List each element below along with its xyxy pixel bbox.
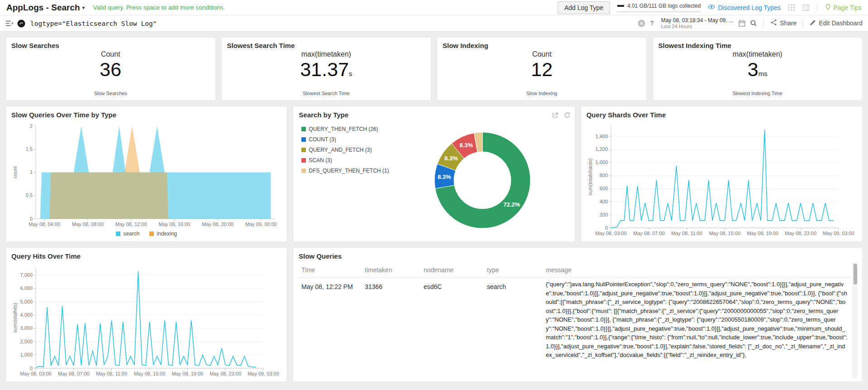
kpi-metric-label: Count <box>11 50 210 58</box>
cell-time: May 08, 12:22 PM <box>298 278 361 365</box>
panel-query-shards-over-time: Query Shards Over Time 02004006008001,00… <box>581 106 863 242</box>
svg-text:May 08, 03:00: May 08, 03:00 <box>595 231 627 236</box>
lightbulb-icon <box>825 4 831 12</box>
slow-queries-table: Time timetaken nodename type message May… <box>298 263 851 365</box>
donut-chart-area: QUERY_THEN_FETCH (26) COUNT (3) QUERY_AN… <box>298 121 570 238</box>
svg-text:May 08, 15:00: May 08, 15:00 <box>134 371 166 376</box>
discovered-log-types-link[interactable]: Discovered Log Types <box>708 3 780 12</box>
column-header-time: Time <box>298 263 361 278</box>
page-title: AppLogs - Search <box>6 3 80 13</box>
log-quota-meter: 4.01 GB/111 GB logs collected <box>617 3 701 12</box>
area-chart: 00.511.52May 08, 04:00May 08, 08:00May 0… <box>10 121 282 229</box>
donut-chart: 72.2%8.3%8.3%8.3% <box>424 121 541 241</box>
svg-text:0: 0 <box>30 366 33 371</box>
calendar-icon[interactable] <box>739 20 745 27</box>
svg-text:May 08, 23:00: May 08, 23:00 <box>785 231 816 236</box>
kpi-slow-searches: Slow Searches Count 36 Slow Searches <box>5 37 216 101</box>
date-range-preset: Last 24 Hours <box>661 24 733 29</box>
svg-text:May 08, 07:00: May 08, 07:00 <box>633 231 665 236</box>
svg-text:1: 1 <box>30 169 33 175</box>
cell-timetaken: 31366 <box>361 278 420 365</box>
columns-icon[interactable] <box>802 4 810 11</box>
column-header-type: type <box>483 263 542 278</box>
layout-grid-icon[interactable] <box>788 4 795 11</box>
kpi-footer-label: Slowest Search Time <box>227 91 426 96</box>
dashboard-main: Slow Searches Count 36 Slow Searches Slo… <box>0 32 868 388</box>
table-scrollbar <box>853 263 858 378</box>
add-log-type-button[interactable]: Add Log Type <box>558 1 610 14</box>
kpi-metric-label: max(timetaken) <box>658 50 857 58</box>
svg-text:count: count <box>12 166 18 178</box>
svg-text:200: 200 <box>599 212 607 217</box>
line-chart-query-hits: 01,0002,0003,0004,0005,0006,0007,000May … <box>10 263 282 378</box>
svg-text:May 08, 16:00: May 08, 16:00 <box>159 221 191 227</box>
page-tips-button[interactable]: Page Tips <box>825 4 862 12</box>
panel-search-by-type: Search by Type QUERY_THEN_FETCH (26) COU… <box>293 106 575 242</box>
panel-title: Search by Type <box>298 110 349 121</box>
kpi-row: Slow Searches Count 36 Slow Searches Slo… <box>5 37 863 101</box>
area-chart-legend: search indexing <box>10 229 282 238</box>
svg-text:800: 800 <box>599 173 607 178</box>
clear-query-icon[interactable] <box>638 19 645 27</box>
charts-row: Slow Queries Over Time by Type 00.511.52… <box>5 106 863 242</box>
divider <box>763 19 764 28</box>
svg-text:4,000: 4,000 <box>20 312 33 318</box>
svg-text:600: 600 <box>599 186 607 191</box>
chevron-down-icon[interactable]: ▾ <box>82 5 85 11</box>
column-header-nodename: nodename <box>420 263 483 278</box>
date-range-text: May 08, 03:18:34 - May 09, ... <box>661 17 733 24</box>
legend-swatch <box>301 137 306 142</box>
legend-swatch <box>301 127 306 131</box>
pencil-icon <box>810 19 816 27</box>
cell-nodename: esd6C <box>420 278 483 365</box>
legend-item[interactable]: SCAN (3) <box>301 157 389 164</box>
bottom-row: Query Hits Over Time 01,0002,0003,0004,0… <box>5 247 863 382</box>
svg-text:May 08, 15:00: May 08, 15:00 <box>709 231 740 236</box>
query-builder-icon[interactable] <box>5 20 13 27</box>
kpi-metric-label: max(timetaken) <box>227 50 426 58</box>
help-icon[interactable]: ? <box>650 19 654 27</box>
table-row[interactable]: May 08, 12:22 PM 31366 esd6C search {"qu… <box>298 278 851 365</box>
legend-item-indexing[interactable]: indexing <box>149 231 177 237</box>
kpi-slowest-search-time: Slowest Search Time max(timetaken) 31.37… <box>221 37 432 101</box>
svg-text:8.3%: 8.3% <box>460 142 473 149</box>
legend-item[interactable]: QUERY_THEN_FETCH (26) <box>301 126 389 132</box>
legend-item[interactable]: COUNT (3) <box>301 136 389 143</box>
legend-item-search[interactable]: search <box>116 231 139 237</box>
panel-query-hits-over-time: Query Hits Over Time 01,0002,0003,0004,0… <box>5 247 287 382</box>
svg-text:2: 2 <box>30 123 33 129</box>
kpi-title: Slow Indexing <box>443 42 641 49</box>
panel-title: Query Hits Over Time <box>10 251 282 263</box>
export-icon[interactable] <box>552 112 558 120</box>
svg-text:May 08, 03:00: May 08, 03:00 <box>20 371 52 376</box>
quota-text: 4.01 GB/111 GB logs collected <box>627 3 701 9</box>
kpi-value: 36 <box>11 58 210 80</box>
panel-title: Slow Queries Over Time by Type <box>10 110 282 121</box>
svg-text:May 09, 03:00: May 09, 03:00 <box>823 231 854 236</box>
quota-progress-fill <box>617 5 624 7</box>
top-bar: AppLogs - Search ▾ Valid query. Press sp… <box>0 0 868 15</box>
svg-text:May 08, 04:00: May 08, 04:00 <box>29 221 60 227</box>
kpi-footer-label: Slow Searches <box>11 91 210 96</box>
legend-swatch <box>301 169 306 173</box>
date-range-selector[interactable]: May 08, 03:18:34 - May 09, ... Last 24 H… <box>661 17 733 30</box>
search-query-input[interactable] <box>29 19 634 28</box>
legend-item[interactable]: QUERY_AND_FETCH (3) <box>301 147 389 153</box>
svg-text:8.3%: 8.3% <box>438 173 451 180</box>
refresh-icon[interactable] <box>564 112 570 120</box>
svg-text:2,000: 2,000 <box>20 339 33 344</box>
svg-text:400: 400 <box>599 199 607 204</box>
table-scrollbar-thumb[interactable] <box>854 264 857 284</box>
legend-item[interactable]: DFS_QUERY_THEN_FETCH (1) <box>301 168 389 174</box>
kpi-footer-label: Slow Indexing <box>443 91 641 96</box>
share-button[interactable]: Share <box>770 19 796 27</box>
search-icon[interactable] <box>750 19 757 27</box>
table-wrap: Time timetaken nodename type message May… <box>298 263 858 378</box>
svg-text:May 08, 08:00: May 08, 08:00 <box>72 221 104 227</box>
cell-message: {"query":"java.lang.NullPointerException… <box>542 278 851 365</box>
svg-text:0: 0 <box>30 216 33 221</box>
column-header-timetaken: timetaken <box>361 263 420 278</box>
svg-text:1.5: 1.5 <box>26 146 33 152</box>
column-header-message: message <box>542 263 851 278</box>
edit-dashboard-button[interactable]: Edit Dashboard <box>810 19 863 27</box>
